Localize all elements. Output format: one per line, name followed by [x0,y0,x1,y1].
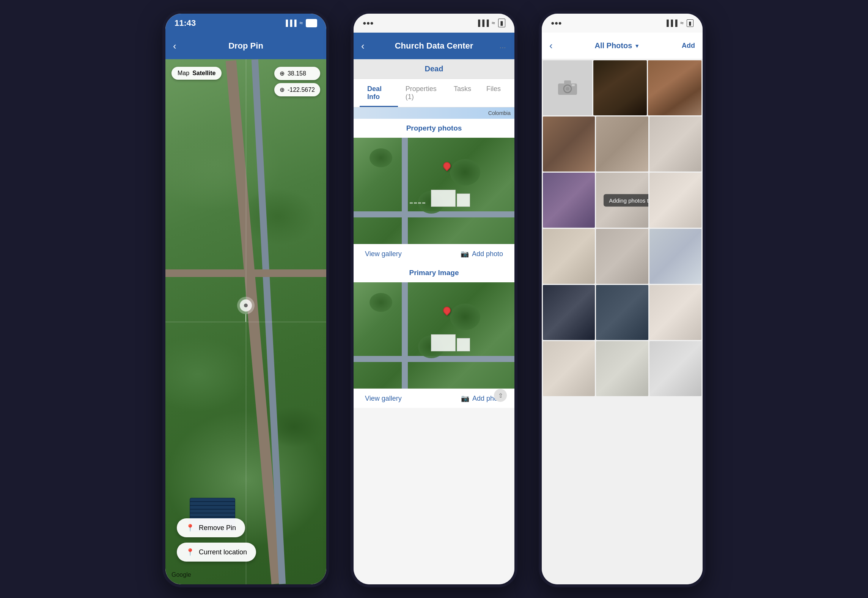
all-photos-title: All Photos ▼ [594,41,640,50]
status-icons-2: ▐▐▐ ≈ ▮ [476,19,505,27]
photo-cell-1[interactable] [593,60,647,115]
photo-cell-7[interactable]: Adding photos to deal [596,173,648,228]
map-satellite-1 [354,138,514,244]
primary-image-header: Primary Image [354,263,514,282]
signal-icon: ▐▐▐ [283,20,296,27]
mini-map-header: Colombia [354,107,514,119]
satellite-map[interactable]: Map Satellite ⊕ 38.158 ⊕ -122.5672 [165,59,326,584]
nav-bar-1: ‹ Drop Pin [165,33,326,59]
status-time-1: 11:43 [175,18,196,28]
camera-icon [558,80,577,96]
dropdown-arrow-icon: ▼ [634,43,640,49]
photo-row-5 [543,285,701,340]
google-watermark: Google [171,571,191,578]
coord-circle-icon: ⊕ [280,70,285,77]
primary-image-map[interactable] [354,282,514,389]
photo-row-3: Adding photos to deal [543,173,701,228]
add-photo-btn-1[interactable]: 📷 Add photo [461,250,503,258]
road-left [402,138,408,244]
photo-cell-3[interactable] [543,116,595,172]
remove-pin-button[interactable]: 📍 Remove Pin [177,518,245,537]
phone-1-drop-pin: 11:43 ▐▐▐ ≈ 85 ‹ Drop Pin [162,11,329,587]
deal-status: Dead [354,59,514,79]
current-location-label: Current location [199,548,247,556]
buildings-cluster [431,190,470,207]
photo-cell-10[interactable] [596,229,648,284]
property-photos-header: Property photos [354,119,514,138]
signal-icon-3: ▐▐▐ [664,20,677,27]
photo-row-2 [543,116,701,172]
nav-bar-2: ‹ Church Data Center … [354,33,514,59]
photo-cell-14[interactable] [649,285,701,340]
coord-crosshair-icon: ⊕ [280,86,285,93]
photo-cell-8[interactable] [649,173,701,228]
map-content: Map Satellite ⊕ 38.158 ⊕ -122.5672 [165,59,326,584]
back-button-1[interactable]: ‹ [173,40,176,52]
map-bottom-btns: 📍 Remove Pin 📍 Current location [165,518,326,562]
photo-row-4 [543,229,701,284]
map-controls: Map Satellite [171,67,222,80]
building-side [457,194,470,207]
photos-grid: Adding photos to deal [542,59,703,584]
add-button[interactable]: Add [682,42,695,50]
map-satellite-2 [354,282,514,389]
buildings-cluster-2 [431,334,470,351]
view-gallery-link-1[interactable]: View gallery [365,250,402,258]
status-time-2: ●●● [363,20,374,27]
back-button-3[interactable]: ‹ [549,40,553,52]
photo-row-1 [543,60,701,115]
battery-badge: 85 [306,19,317,27]
gallery-actions-1: View gallery 📷 Add photo [354,244,514,263]
property-map[interactable] [354,138,514,244]
remove-pin-label: Remove Pin [199,524,236,532]
pin-inner [240,299,252,312]
location-icon: 📍 [186,548,194,556]
photo-cell-12[interactable] [543,285,595,340]
church-content: Dead Deal Info Properties (1) Tasks File… [354,59,514,584]
photo-cell-15[interactable] [543,341,595,396]
status-bar-1: 11:43 ▐▐▐ ≈ 85 [165,14,326,33]
more-menu-button[interactable]: … [499,42,507,50]
map-label: Map [178,70,189,77]
coord-lat-pill: ⊕ 38.158 [274,67,320,80]
current-location-button[interactable]: 📍 Current location [177,543,256,562]
camera-icon-2: 📷 [461,394,469,403]
photo-cell-17[interactable] [649,341,701,396]
status-time-3: ●●● [551,20,562,27]
tab-deal-info[interactable]: Deal Info [360,79,398,107]
tab-tasks[interactable]: Tasks [446,79,479,107]
photo-cell-13[interactable] [596,285,648,340]
status-icons-3: ▐▐▐ ≈ ▮ [664,19,693,27]
scroll-up-button[interactable]: ⇧ [494,389,507,402]
pin-dot [244,304,248,307]
nav-title-2: Church Data Center [395,41,473,51]
pin-head [442,161,452,171]
photo-cell-11[interactable] [649,229,701,284]
tab-properties[interactable]: Properties (1) [398,79,446,107]
colombia-label: Colombia [488,110,511,116]
tab-files[interactable]: Files [479,79,508,107]
photo-cell-9[interactable] [543,229,595,284]
photo-cell-16[interactable] [596,341,648,396]
back-button-2[interactable]: ‹ [361,40,365,52]
wifi-icon-3: ≈ [680,20,684,27]
photo-cell-2[interactable] [648,60,701,115]
photo-cell-6[interactable] [543,173,595,228]
photo-cell-4[interactable] [596,116,648,172]
camera-placeholder[interactable] [543,60,592,115]
status-bar-2: ●●● ▐▐▐ ≈ ▮ [354,14,514,33]
map-coords: ⊕ 38.158 ⊕ -122.5672 [274,67,320,96]
pin-tail [245,314,246,322]
coord-lat-value: 38.158 [288,70,306,77]
map-pin[interactable] [237,297,255,322]
view-gallery-link-2[interactable]: View gallery [365,395,402,403]
photo-row-6 [543,341,701,396]
crosshair-v [246,59,246,584]
deal-tabs: Deal Info Properties (1) Tasks Files [354,79,514,107]
building-main [431,190,456,207]
svg-rect-4 [572,84,575,86]
red-pin-2 [443,307,451,314]
map-type-toggle[interactable]: Map Satellite [171,67,222,80]
photo-cell-5[interactable] [649,116,701,172]
signal-icon-2: ▐▐▐ [476,20,489,27]
